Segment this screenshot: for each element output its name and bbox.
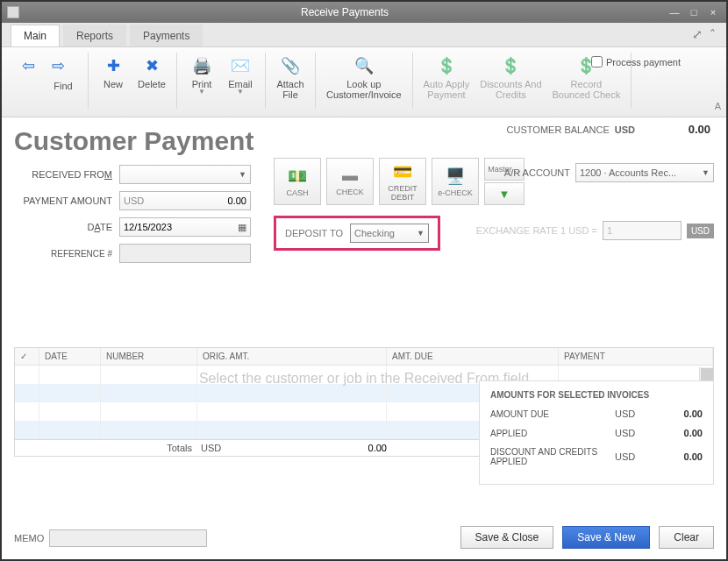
- deposit-to-label: DEPOSIT TO: [285, 228, 343, 238]
- reference-label: REFERENCE #: [14, 249, 119, 259]
- reference-field[interactable]: [119, 244, 251, 263]
- summary-panel: AMOUNTS FOR SELECTED INVOICES AMOUNT DUE…: [479, 380, 714, 485]
- memo-label: MEMO: [14, 533, 44, 543]
- exchange-currency-badge: USD: [687, 224, 714, 238]
- payment-amount-field[interactable]: USD0.00: [119, 191, 251, 210]
- find-button[interactable]: Find: [44, 79, 82, 93]
- deposit-to-dropdown[interactable]: Checking▼: [350, 224, 429, 243]
- received-from-dropdown[interactable]: ▼: [119, 165, 251, 184]
- pm-cash[interactable]: 💵CASH: [274, 158, 321, 205]
- close-button[interactable]: ×: [705, 6, 721, 18]
- process-payment-checkbox[interactable]: [591, 56, 603, 67]
- auto-apply-button[interactable]: 💲Auto ApplyPayment: [418, 53, 475, 102]
- calendar-icon[interactable]: ▦: [238, 222, 246, 233]
- tab-payments[interactable]: Payments: [130, 25, 203, 46]
- ar-account-label: A/R ACCOUNT: [504, 167, 570, 178]
- col-payment[interactable]: PAYMENT: [559, 348, 713, 365]
- maximize-button[interactable]: □: [686, 6, 702, 18]
- col-due[interactable]: AMT. DUE: [387, 348, 559, 365]
- memo-field[interactable]: [49, 529, 207, 547]
- exchange-rate-field: 1: [603, 221, 682, 240]
- find-next-button[interactable]: ⇨: [39, 53, 77, 81]
- col-orig[interactable]: ORIG. AMT.: [197, 348, 387, 365]
- summary-header: AMOUNTS FOR SELECTED INVOICES: [490, 390, 703, 400]
- delete-button[interactable]: ✖Delete: [132, 53, 171, 91]
- ar-account-dropdown[interactable]: 1200 · Accounts Rec...▼: [575, 163, 714, 182]
- chevron-down-icon: ▼: [499, 188, 510, 201]
- pm-more[interactable]: ▼: [484, 182, 525, 205]
- payment-amount-label: PAYMENT AMOUNT: [14, 195, 119, 206]
- col-date[interactable]: DATE: [39, 348, 101, 365]
- pm-credit[interactable]: 💳CREDITDEBIT: [379, 158, 426, 205]
- find-label: Find: [54, 81, 72, 91]
- col-number[interactable]: NUMBER: [101, 348, 197, 365]
- card-icon: 💳: [393, 162, 412, 181]
- monitor-icon: 🖥️: [446, 167, 465, 186]
- pm-echeck[interactable]: 🖥️e-CHECK: [432, 158, 479, 205]
- new-button[interactable]: ✚New: [94, 53, 132, 91]
- customer-balance-label: CUSTOMER BALANCE: [507, 124, 610, 135]
- add-time-costs[interactable]: A: [715, 101, 721, 111]
- minimize-button[interactable]: —: [667, 6, 682, 18]
- window-icon: [7, 6, 19, 18]
- process-payment-label: Process payment: [606, 57, 681, 67]
- date-field[interactable]: 12/15/2023▦: [119, 217, 251, 237]
- date-label: DATE: [14, 222, 119, 232]
- email-button[interactable]: ✉️Email▼: [221, 53, 260, 97]
- col-check[interactable]: ✓: [15, 348, 39, 365]
- collapse-ribbon-icon[interactable]: ˄: [710, 27, 716, 41]
- tab-main[interactable]: Main: [11, 25, 60, 46]
- print-button[interactable]: 🖨️Print▼: [182, 53, 221, 97]
- pm-check[interactable]: ▬CHECK: [326, 158, 374, 205]
- save-new-button[interactable]: Save & New: [562, 526, 650, 549]
- tab-reports[interactable]: Reports: [63, 25, 126, 46]
- window-title: Receive Payments: [23, 6, 667, 18]
- exchange-rate-label: EXCHANGE RATE 1 USD =: [476, 225, 597, 236]
- save-close-button[interactable]: Save & Close: [460, 526, 554, 549]
- total-orig: 0.00: [222, 443, 387, 453]
- totals-label: Totals: [15, 443, 197, 453]
- check-icon: ▬: [342, 167, 358, 185]
- customer-balance-value: 0.00: [640, 123, 710, 136]
- attach-file-button[interactable]: 📎AttachFile: [271, 53, 310, 102]
- clear-button[interactable]: Clear: [659, 526, 714, 549]
- received-from-label: RECEIVED FROM: [14, 169, 119, 180]
- expand-icon[interactable]: ⤢: [692, 27, 703, 41]
- discounts-credits-button[interactable]: 💲Discounts AndCredits: [475, 53, 546, 102]
- lookup-customer-button[interactable]: 🔍Look upCustomer/Invoice: [321, 53, 407, 102]
- cash-icon: 💵: [288, 167, 307, 186]
